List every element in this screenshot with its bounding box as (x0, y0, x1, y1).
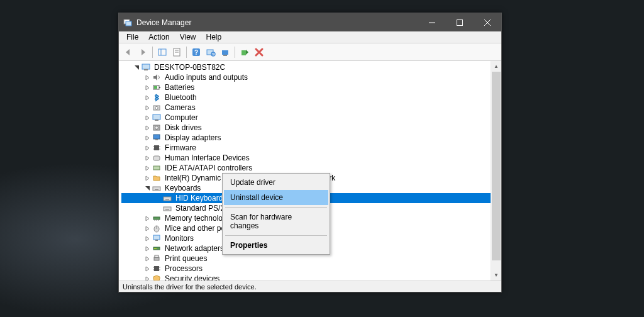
app-icon (123, 18, 133, 28)
expand-icon[interactable] (143, 234, 152, 243)
scroll-thumb[interactable] (492, 72, 501, 260)
tree-category[interactable]: Cameras (121, 103, 491, 113)
collapse-icon[interactable] (143, 184, 152, 192)
update-driver-button[interactable] (218, 45, 232, 59)
scroll-up-arrow[interactable]: ▲ (491, 61, 501, 72)
collapse-icon[interactable] (132, 63, 141, 72)
tree-label: Keyboards (164, 183, 202, 193)
expand-icon[interactable] (143, 73, 152, 82)
expand-icon[interactable] (143, 174, 152, 182)
tree-label: Cameras (164, 103, 197, 113)
svg-rect-31 (154, 145, 159, 150)
tree-category[interactable]: Bluetooth (121, 92, 491, 103)
audio-icon (152, 72, 162, 82)
tree-label: Network adapters (164, 243, 225, 253)
expand-icon[interactable] (143, 254, 152, 263)
expand-icon[interactable] (143, 123, 152, 132)
ctx-uninstall-device[interactable]: Uninstall device (224, 190, 328, 205)
tree-label: Processors (164, 264, 204, 274)
vertical-scrollbar[interactable]: ▲ ▼ (491, 61, 501, 281)
tree-category[interactable]: Security devices (121, 274, 491, 281)
monitor-icon (152, 233, 162, 243)
tree-category[interactable]: Computer (121, 113, 491, 123)
folder-icon (152, 173, 162, 183)
tree-category[interactable]: Audio inputs and outputs (121, 72, 491, 82)
expand-icon[interactable] (143, 244, 152, 253)
svg-rect-61 (154, 257, 159, 260)
expand-icon[interactable] (143, 83, 152, 92)
maximize-button[interactable] (446, 13, 474, 31)
tree-label: IDE ATA/ATAPI controllers (164, 163, 253, 173)
tree-category[interactable]: Human Interface Devices (121, 153, 491, 163)
svg-point-59 (154, 248, 155, 249)
svg-rect-30 (155, 139, 158, 140)
close-button[interactable] (474, 13, 501, 31)
menu-bar: File Action View Help (119, 31, 501, 43)
expand-icon[interactable] (143, 113, 152, 122)
computer-icon (152, 113, 162, 123)
svg-rect-46 (164, 207, 171, 211)
menu-help[interactable]: Help (201, 31, 227, 43)
disk-icon (152, 123, 162, 133)
expand-icon[interactable] (143, 214, 152, 223)
svg-rect-63 (154, 266, 159, 271)
chip-icon (152, 264, 162, 274)
expand-icon[interactable] (143, 224, 152, 233)
bluetooth-icon (152, 92, 162, 103)
toolbar-separator (235, 47, 235, 58)
memory-icon (152, 213, 162, 223)
mouse-icon (152, 223, 162, 233)
ctx-properties[interactable]: Properties (224, 238, 328, 253)
toolbar-separator (152, 47, 153, 58)
back-button[interactable] (121, 45, 135, 59)
tree-label: Print queues (164, 253, 208, 264)
menu-view[interactable]: View (175, 31, 201, 43)
tree-category[interactable]: Display adapters (121, 133, 491, 143)
ctx-scan-hardware[interactable]: Scan for hardware changes (224, 209, 328, 233)
keyboard-icon (152, 183, 162, 193)
expand-icon[interactable] (143, 103, 152, 112)
tree-label: Batteries (164, 82, 196, 92)
menu-file[interactable]: File (121, 31, 143, 43)
tree-label: Monitors (164, 233, 195, 243)
svg-rect-42 (164, 197, 171, 201)
expand-icon[interactable] (143, 274, 152, 281)
tree-label: Computer (164, 113, 199, 123)
ctx-update-driver[interactable]: Update driver (224, 175, 328, 190)
expand-icon[interactable] (143, 143, 152, 152)
tree-category[interactable]: Batteries (121, 82, 491, 92)
properties-button[interactable] (170, 45, 184, 59)
forward-button[interactable] (136, 45, 150, 59)
uninstall-device-button[interactable] (252, 45, 266, 59)
scan-hardware-button[interactable] (204, 45, 218, 59)
battery-icon (152, 82, 162, 92)
tree-root-computer[interactable]: DESKTOP-0BST82C (121, 62, 491, 72)
printer-icon (152, 253, 162, 264)
tree-category[interactable]: Print queues (121, 253, 491, 264)
status-bar: Uninstalls the driver for the selected d… (119, 281, 501, 292)
window-controls (418, 13, 501, 31)
title-bar[interactable]: Device Manager (119, 13, 501, 31)
tree-category[interactable]: Processors (121, 264, 491, 274)
menu-action[interactable]: Action (143, 31, 174, 43)
svg-rect-22 (154, 86, 157, 89)
svg-rect-56 (153, 235, 160, 240)
help-button[interactable]: ? (189, 45, 203, 59)
expand-icon[interactable] (143, 93, 152, 102)
ctx-separator (225, 207, 327, 208)
expand-icon[interactable] (143, 264, 152, 273)
svg-rect-41 (155, 189, 158, 190)
expand-icon[interactable] (143, 153, 152, 162)
tree-category[interactable]: IDE ATA/ATAPI controllers (121, 163, 491, 173)
enable-device-button[interactable] (238, 45, 252, 59)
minimize-button[interactable] (418, 13, 446, 31)
tree-category[interactable]: Disk drives (121, 123, 491, 133)
expander-spacer (153, 204, 162, 213)
tree-category[interactable]: Firmware (121, 143, 491, 153)
expand-icon[interactable] (143, 164, 152, 172)
security-icon (152, 274, 162, 281)
scroll-down-arrow[interactable]: ▼ (491, 270, 501, 281)
show-hide-tree-button[interactable] (155, 45, 169, 59)
svg-rect-15 (222, 50, 228, 55)
expand-icon[interactable] (143, 133, 152, 142)
